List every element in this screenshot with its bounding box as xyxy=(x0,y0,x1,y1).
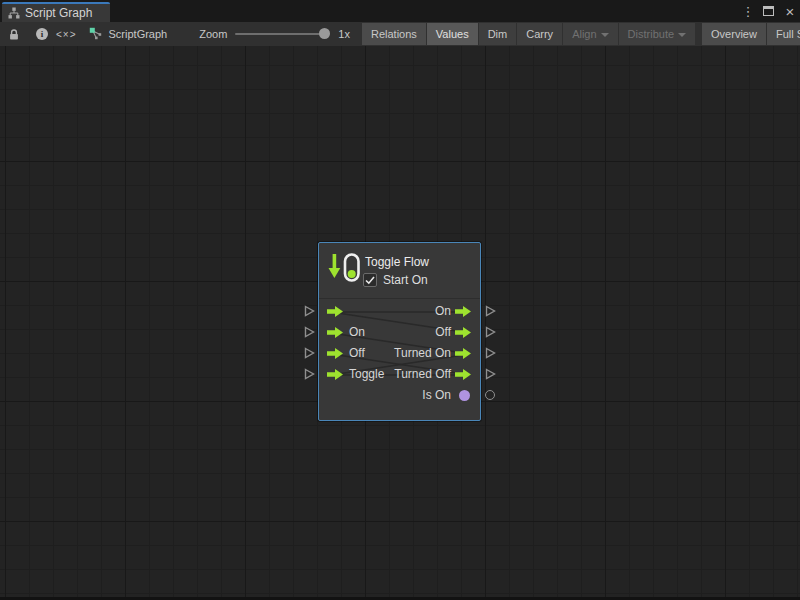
toolbar-toggle-buttons: Relations Values Dim Carry Align Distrib… xyxy=(362,22,800,46)
tab-strip: Script Graph ⋮ × xyxy=(0,0,800,22)
tab-title: Script Graph xyxy=(25,6,92,20)
external-output-port-on[interactable] xyxy=(484,305,496,317)
full-screen-label: Full Screen xyxy=(776,28,800,40)
flow-port-icon[interactable] xyxy=(455,369,471,380)
external-output-port-off[interactable] xyxy=(484,326,496,338)
output-port-label: On xyxy=(435,304,451,318)
dim-label: Dim xyxy=(488,28,508,40)
external-input-port-toggle[interactable] xyxy=(303,368,315,380)
values-label: Values xyxy=(436,28,469,40)
zoom-value: 1x xyxy=(338,28,350,40)
lock-icon xyxy=(8,28,20,41)
tab-script-graph[interactable]: Script Graph xyxy=(2,2,110,22)
align-label: Align xyxy=(572,28,596,40)
info-button[interactable]: i xyxy=(28,22,56,46)
output-row-off: Off xyxy=(319,322,480,343)
zoom-control: Zoom 1x xyxy=(177,22,358,46)
node-title: Toggle Flow xyxy=(365,255,429,269)
full-screen-button[interactable]: Full Screen xyxy=(767,23,800,45)
close-icon[interactable]: × xyxy=(784,3,796,20)
edit-code-button[interactable]: <×> xyxy=(56,22,77,46)
graph-hierarchy-icon xyxy=(8,7,20,19)
graph-toolbar: i <×> ScriptGraph Zoom 1x Rel xyxy=(0,22,800,46)
zoom-slider[interactable] xyxy=(235,33,330,35)
zoom-label: Zoom xyxy=(199,28,227,40)
start-on-label: Start On xyxy=(383,273,428,287)
maximize-icon[interactable] xyxy=(763,6,774,16)
output-row-on: On xyxy=(319,301,480,322)
output-port-label: Is On xyxy=(422,388,451,402)
overview-button[interactable]: Overview xyxy=(702,23,766,45)
zoom-slider-handle[interactable] xyxy=(319,28,330,39)
flow-port-icon[interactable] xyxy=(455,327,471,338)
external-input-port-off[interactable] xyxy=(303,347,315,359)
flow-port-icon[interactable] xyxy=(455,348,471,359)
external-output-port-turned-on[interactable] xyxy=(484,347,496,359)
external-output-port-turned-off[interactable] xyxy=(484,368,496,380)
toggle-flow-icon xyxy=(326,250,362,286)
graph-name-button[interactable]: ScriptGraph xyxy=(77,22,178,46)
graph-name-label: ScriptGraph xyxy=(109,28,168,40)
output-port-label: Turned Off xyxy=(394,367,451,381)
graph-canvas[interactable]: Toggle Flow Start On xyxy=(0,46,800,600)
toggle-flow-node-area: Toggle Flow Start On xyxy=(300,242,500,427)
overview-label: Overview xyxy=(711,28,757,40)
flow-port-icon[interactable] xyxy=(455,306,471,317)
window-controls: ⋮ × xyxy=(743,0,796,22)
node-header[interactable]: Toggle Flow Start On xyxy=(319,243,480,298)
code-icon: <×> xyxy=(56,29,77,40)
external-input-port-on[interactable] xyxy=(303,326,315,338)
bool-value-port-icon[interactable] xyxy=(459,390,470,401)
output-row-turned-on: Turned On xyxy=(319,343,480,364)
external-input-port-0[interactable] xyxy=(303,305,315,317)
carry-button[interactable]: Carry xyxy=(517,23,562,45)
output-port-label: Off xyxy=(435,325,451,339)
toggle-flow-node[interactable]: Toggle Flow Start On xyxy=(318,242,481,421)
distribute-label: Distribute xyxy=(628,28,674,40)
window-menu-icon[interactable]: ⋮ xyxy=(743,4,753,19)
distribute-dropdown[interactable]: Distribute xyxy=(619,23,695,45)
start-on-checkbox[interactable] xyxy=(363,273,377,287)
relations-button[interactable]: Relations xyxy=(362,23,426,45)
output-port-label: Turned On xyxy=(394,346,451,360)
node-divider xyxy=(319,298,480,299)
output-row-is-on: Is On xyxy=(319,385,480,406)
chevron-down-icon xyxy=(601,33,609,37)
dim-button[interactable]: Dim xyxy=(479,23,517,45)
align-dropdown[interactable]: Align xyxy=(563,23,617,45)
external-output-port-is-on[interactable] xyxy=(485,390,495,400)
checkmark-icon xyxy=(365,276,375,285)
output-row-turned-off: Turned Off xyxy=(319,364,480,385)
values-button[interactable]: Values xyxy=(427,23,478,45)
start-on-setting: Start On xyxy=(363,273,428,287)
script-graph-window: Script Graph ⋮ × i <×> xyxy=(0,0,800,600)
lock-button[interactable] xyxy=(0,22,28,46)
chevron-down-icon xyxy=(678,33,686,37)
info-icon: i xyxy=(36,28,48,40)
script-graph-asset-icon xyxy=(89,27,103,41)
relations-label: Relations xyxy=(371,28,417,40)
carry-label: Carry xyxy=(526,28,553,40)
